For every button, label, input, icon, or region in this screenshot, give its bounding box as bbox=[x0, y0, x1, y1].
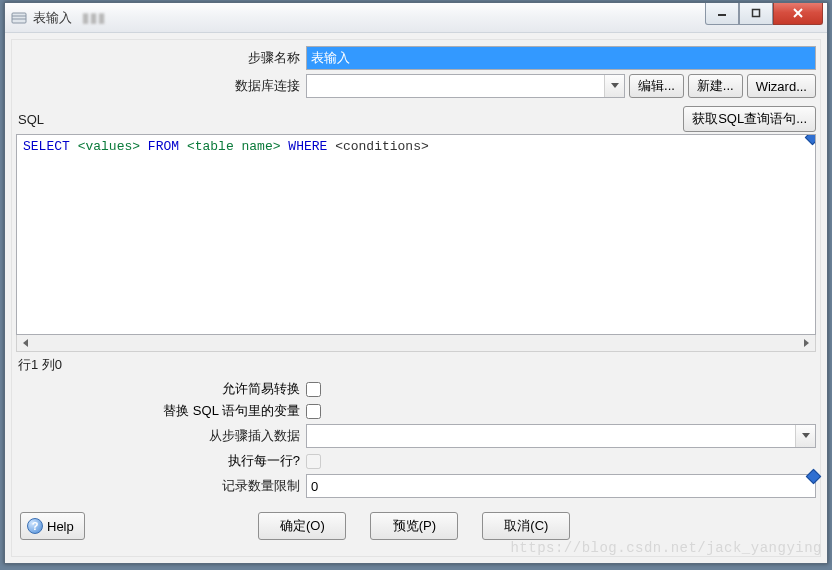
replace-vars-label: 替换 SQL 语句里的变量 bbox=[16, 402, 306, 420]
titlebar: 表输入 ▮▮▮ bbox=[5, 3, 827, 33]
allow-lazy-label: 允许简易转换 bbox=[16, 380, 306, 398]
window-title: 表输入 bbox=[33, 9, 72, 27]
new-connection-button[interactable]: 新建... bbox=[688, 74, 743, 98]
chevron-down-icon[interactable] bbox=[604, 75, 624, 97]
allow-lazy-checkbox[interactable] bbox=[306, 382, 321, 397]
cursor-position-status: 行1 列0 bbox=[16, 352, 816, 380]
horizontal-scrollbar[interactable] bbox=[16, 335, 816, 352]
from-step-value[interactable] bbox=[307, 425, 795, 447]
maximize-button[interactable] bbox=[739, 3, 773, 25]
ok-button[interactable]: 确定(O) bbox=[258, 512, 346, 540]
db-connection-label: 数据库连接 bbox=[16, 77, 306, 95]
help-icon: ? bbox=[27, 518, 43, 534]
title-obscured: ▮▮▮ bbox=[82, 10, 106, 25]
wizard-button[interactable]: Wizard... bbox=[747, 74, 816, 98]
exec-each-checkbox bbox=[306, 454, 321, 469]
db-connection-combo[interactable] bbox=[306, 74, 625, 98]
svg-marker-8 bbox=[23, 339, 28, 347]
svg-rect-0 bbox=[12, 13, 26, 23]
preview-button[interactable]: 预览(P) bbox=[370, 512, 458, 540]
svg-marker-10 bbox=[802, 433, 810, 438]
svg-rect-4 bbox=[753, 10, 760, 17]
edit-connection-button[interactable]: 编辑... bbox=[629, 74, 684, 98]
chevron-down-icon[interactable] bbox=[795, 425, 815, 447]
replace-vars-checkbox[interactable] bbox=[306, 404, 321, 419]
dialog-window: 表输入 ▮▮▮ 步骤名称 数据库连接 bbox=[4, 2, 828, 564]
from-step-combo[interactable] bbox=[306, 424, 816, 448]
app-icon bbox=[11, 10, 27, 26]
client-area: 步骤名称 数据库连接 编辑... 新建... Wizard... SQL bbox=[5, 33, 827, 563]
step-name-label: 步骤名称 bbox=[16, 49, 306, 67]
variable-indicator-icon bbox=[805, 134, 816, 145]
help-label: Help bbox=[47, 519, 74, 534]
db-connection-value[interactable] bbox=[307, 75, 604, 97]
cancel-button[interactable]: 取消(C) bbox=[482, 512, 570, 540]
get-sql-button[interactable]: 获取SQL查询语句... bbox=[683, 106, 816, 132]
limit-label: 记录数量限制 bbox=[16, 477, 306, 495]
sql-label: SQL bbox=[16, 112, 679, 127]
exec-each-label: 执行每一行? bbox=[16, 452, 306, 470]
scroll-right-icon[interactable] bbox=[798, 335, 815, 351]
limit-input[interactable] bbox=[306, 474, 816, 498]
from-step-label: 从步骤插入数据 bbox=[16, 427, 306, 445]
minimize-button[interactable] bbox=[705, 3, 739, 25]
close-button[interactable] bbox=[773, 3, 823, 25]
scroll-left-icon[interactable] bbox=[17, 335, 34, 351]
window-controls bbox=[705, 3, 827, 25]
sql-editor[interactable]: SELECT <values> FROM <table name> WHERE … bbox=[16, 134, 816, 335]
svg-marker-9 bbox=[804, 339, 809, 347]
svg-marker-7 bbox=[611, 83, 619, 88]
step-name-input[interactable] bbox=[306, 46, 816, 70]
help-button[interactable]: ? Help bbox=[20, 512, 85, 540]
